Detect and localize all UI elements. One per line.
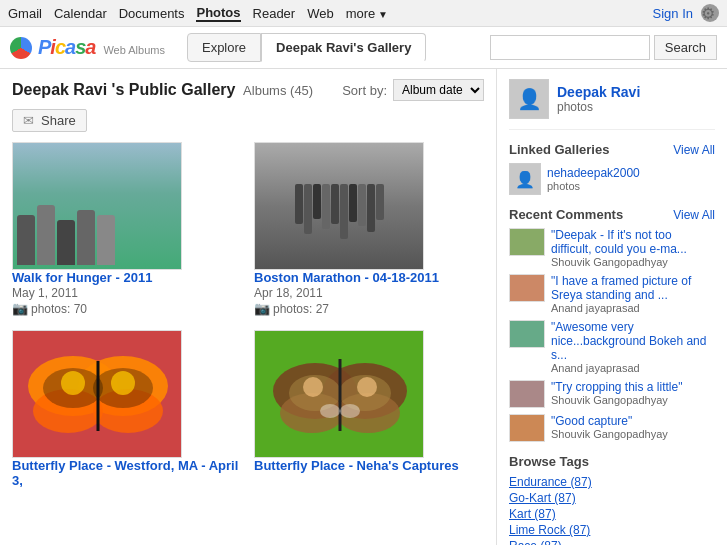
search-input[interactable] xyxy=(490,35,650,60)
album-date-marathon: Apr 18, 2011 xyxy=(254,286,484,300)
linked-galleries: Linked Galleries View All 👤 nehadeepak20… xyxy=(509,142,715,195)
nav-photos[interactable]: Photos xyxy=(196,5,240,22)
user-avatar xyxy=(509,79,549,119)
picasa-wordmark: Picasa xyxy=(38,36,95,59)
tag-gokart[interactable]: Go-Kart (87) xyxy=(509,491,715,505)
album-title-butterfly1[interactable]: Butterfly Place - Westford, MA - April 3… xyxy=(12,458,238,488)
linked-user-avatar: 👤 xyxy=(509,163,541,195)
comment-item-4: "Good capture" Shouvik Gangopadhyay xyxy=(509,414,715,442)
svg-point-8 xyxy=(111,371,135,395)
search-button[interactable]: Search xyxy=(654,35,717,60)
comment-thumb-1 xyxy=(509,274,545,302)
linked-user-photos: photos xyxy=(547,180,640,192)
user-details: Deepak Ravi photos xyxy=(557,84,640,114)
album-date-walk: May 1, 2011 xyxy=(12,286,242,300)
recent-comments-header: Recent Comments View All xyxy=(509,207,715,222)
recent-comments-view-all[interactable]: View All xyxy=(673,208,715,222)
comment-author-0: Shouvik Gangopadhyay xyxy=(551,256,715,268)
comment-thumb-2 xyxy=(509,320,545,348)
user-name[interactable]: Deepak Ravi xyxy=(557,84,640,100)
picasa-logo-area: Picasa Web Albums Explore Deepak Ravi's … xyxy=(10,33,426,62)
album-title-butterfly2[interactable]: Butterfly Place - Neha's Captures xyxy=(254,458,459,473)
camera-icon-marathon: 📷 xyxy=(254,301,270,316)
comment-text-area-2: "Awesome very nice...background Bokeh an… xyxy=(551,320,715,374)
top-navigation: Gmail Calendar Documents Photos Reader W… xyxy=(0,0,727,27)
recent-comments-title: Recent Comments xyxy=(509,207,623,222)
signin-link[interactable]: Sign In xyxy=(653,6,693,21)
sort-select[interactable]: Album date xyxy=(393,79,484,101)
album-grid: Walk for Hunger - 2011 May 1, 2011 📷 pho… xyxy=(12,142,484,488)
nav-web[interactable]: Web xyxy=(307,6,334,21)
comment-text-area-1: "I have a framed picture of Sreya standi… xyxy=(551,274,715,314)
svg-point-20 xyxy=(320,404,340,418)
comment-item-0: "Deepak - If it's not too difficult, cou… xyxy=(509,228,715,268)
comment-item-3: "Try cropping this a little" Shouvik Gan… xyxy=(509,380,715,408)
camera-icon-walk: 📷 xyxy=(12,301,28,316)
album-thumb-butterfly1 xyxy=(12,330,182,458)
comment-text-0[interactable]: "Deepak - If it's not too difficult, cou… xyxy=(551,228,715,256)
linked-galleries-view-all[interactable]: View All xyxy=(673,143,715,157)
comment-text-area-0: "Deepak - If it's not too difficult, cou… xyxy=(551,228,715,268)
tag-race[interactable]: Race (87) xyxy=(509,539,715,545)
top-nav-links: Gmail Calendar Documents Photos Reader W… xyxy=(8,5,388,22)
browse-tags: Browse Tags Endurance (87) Go-Kart (87) … xyxy=(509,454,715,545)
sidebar: Deepak Ravi photos Linked Galleries View… xyxy=(497,69,727,545)
nav-documents[interactable]: Documents xyxy=(119,6,185,21)
album-title-marathon[interactable]: Boston Marathon - 04-18-2011 xyxy=(254,270,439,285)
album-item-butterfly1[interactable]: Butterfly Place - Westford, MA - April 3… xyxy=(12,330,242,488)
linked-user-name[interactable]: nehadeepak2000 xyxy=(547,166,640,180)
tag-endurance[interactable]: Endurance (87) xyxy=(509,475,715,489)
album-photos-walk: 📷 photos: 70 xyxy=(12,301,242,316)
main-content: Deepak Ravi 's Public Gallery Albums (45… xyxy=(0,69,727,545)
album-title-walk[interactable]: Walk for Hunger - 2011 xyxy=(12,270,152,285)
album-thumb-marathon xyxy=(254,142,424,270)
picasa-tabs: Explore Deepak Ravi's Gallery xyxy=(187,33,426,62)
search-area: Search xyxy=(490,35,717,60)
album-item-butterfly2[interactable]: Butterfly Place - Neha's Captures xyxy=(254,330,484,488)
comment-item-1: "I have a framed picture of Sreya standi… xyxy=(509,274,715,314)
comment-thumb-0 xyxy=(509,228,545,256)
picasa-header: Picasa Web Albums Explore Deepak Ravi's … xyxy=(0,27,727,69)
share-button[interactable]: Share xyxy=(12,109,87,132)
album-item-marathon[interactable]: Boston Marathon - 04-18-2011 Apr 18, 201… xyxy=(254,142,484,316)
tab-explore[interactable]: Explore xyxy=(187,33,261,62)
butterfly-svg-1 xyxy=(13,331,182,458)
user-info: Deepak Ravi photos xyxy=(509,79,715,130)
tag-kart[interactable]: Kart (87) xyxy=(509,507,715,521)
album-thumb-walk xyxy=(12,142,182,270)
gallery-title-area: Deepak Ravi 's Public Gallery Albums (45… xyxy=(12,81,313,99)
comment-text-3[interactable]: "Try cropping this a little" xyxy=(551,380,682,394)
comment-text-1[interactable]: "I have a framed picture of Sreya standi… xyxy=(551,274,715,302)
settings-icon[interactable] xyxy=(701,4,719,22)
linked-user-details: nehadeepak2000 photos xyxy=(547,166,640,192)
butterfly-svg-2 xyxy=(255,331,424,458)
tab-deepak-gallery[interactable]: Deepak Ravi's Gallery xyxy=(261,33,426,62)
sort-area: Sort by: Album date xyxy=(342,79,484,101)
linked-galleries-title: Linked Galleries xyxy=(509,142,609,157)
album-thumb-butterfly2 xyxy=(254,330,424,458)
nav-more[interactable]: more xyxy=(346,6,388,21)
sort-label: Sort by: xyxy=(342,83,387,98)
linked-user-item: 👤 nehadeepak2000 photos xyxy=(509,163,715,195)
gallery-header: Deepak Ravi 's Public Gallery Albums (45… xyxy=(12,79,484,101)
share-row: Share xyxy=(12,109,484,132)
svg-point-18 xyxy=(357,377,377,397)
comment-text-4[interactable]: "Good capture" xyxy=(551,414,668,428)
svg-point-7 xyxy=(61,371,85,395)
comment-author-4: Shouvik Gangopadhyay xyxy=(551,428,668,440)
picasa-circle-logo xyxy=(10,37,32,59)
web-albums-label: Web Albums xyxy=(103,44,165,56)
browse-tags-title: Browse Tags xyxy=(509,454,715,469)
comment-text-2[interactable]: "Awesome very nice...background Bokeh an… xyxy=(551,320,715,362)
nav-gmail[interactable]: Gmail xyxy=(8,6,42,21)
nav-reader[interactable]: Reader xyxy=(253,6,296,21)
comment-author-1: Anand jayaprasad xyxy=(551,302,715,314)
gallery-title: Deepak Ravi 's Public Gallery xyxy=(12,81,235,98)
tag-limerock[interactable]: Lime Rock (87) xyxy=(509,523,715,537)
comment-author-3: Shouvik Gangopadhyay xyxy=(551,394,682,406)
nav-calendar[interactable]: Calendar xyxy=(54,6,107,21)
album-photos-marathon: 📷 photos: 27 xyxy=(254,301,484,316)
album-item-walk[interactable]: Walk for Hunger - 2011 May 1, 2011 📷 pho… xyxy=(12,142,242,316)
user-photos-label: photos xyxy=(557,100,640,114)
envelope-icon xyxy=(23,113,37,128)
